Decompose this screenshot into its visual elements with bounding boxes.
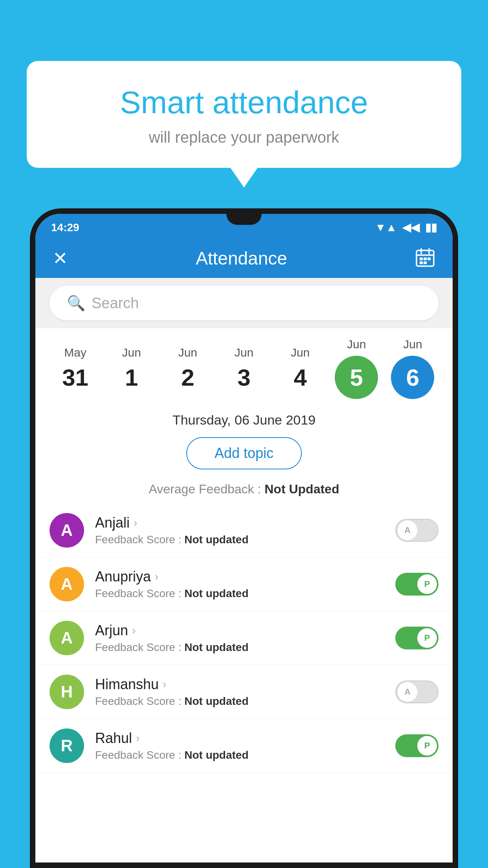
avatar-3: H bbox=[50, 675, 84, 709]
student-name-1: Anupriya › bbox=[95, 568, 395, 585]
chevron-icon-4: › bbox=[136, 732, 139, 745]
signal-icon: ◀◀ bbox=[402, 221, 420, 234]
svg-rect-7 bbox=[420, 261, 423, 264]
chevron-icon-3: › bbox=[163, 678, 166, 691]
feedback-score-4: Feedback Score : Not updated bbox=[95, 749, 395, 761]
svg-rect-8 bbox=[424, 261, 427, 264]
attendance-toggle-4[interactable]: P bbox=[395, 734, 438, 757]
day-num-2: 2 bbox=[181, 364, 194, 391]
student-info-4: Rahul ›Feedback Score : Not updated bbox=[95, 730, 395, 761]
date-col-0[interactable]: May31 bbox=[54, 346, 97, 391]
calendar-strip: May31Jun1Jun2Jun3Jun4Jun5Jun6 bbox=[35, 328, 453, 405]
avg-feedback-value: Not Updated bbox=[264, 482, 339, 496]
student-row-0[interactable]: AAnjali ›Feedback Score : Not updatedA bbox=[35, 504, 453, 557]
student-row-3[interactable]: HHimanshu ›Feedback Score : Not updatedA bbox=[35, 665, 453, 719]
day-circle-selected[interactable]: 6 bbox=[391, 356, 434, 399]
student-row-2[interactable]: AArjun ›Feedback Score : Not updatedP bbox=[35, 611, 453, 665]
chevron-icon-0: › bbox=[134, 517, 137, 529]
selected-date: Thursday, 06 June 2019 bbox=[35, 405, 453, 433]
date-row: May31Jun1Jun2Jun3Jun4Jun5Jun6 bbox=[47, 338, 441, 399]
attendance-toggle-3[interactable]: A bbox=[395, 680, 438, 703]
date-col-1[interactable]: Jun1 bbox=[110, 346, 153, 391]
toggle-thumb-2: P bbox=[417, 628, 437, 648]
date-col-3[interactable]: Jun3 bbox=[222, 346, 266, 391]
close-button[interactable]: ✕ bbox=[53, 248, 68, 269]
student-info-1: Anupriya ›Feedback Score : Not updated bbox=[95, 568, 395, 600]
student-info-2: Arjun ›Feedback Score : Not updated bbox=[95, 622, 395, 654]
student-list: AAnjali ›Feedback Score : Not updatedAAA… bbox=[35, 504, 453, 773]
date-col-6[interactable]: Jun6 bbox=[391, 338, 434, 399]
svg-rect-5 bbox=[424, 257, 427, 260]
phone-notch bbox=[226, 214, 262, 225]
feedback-score-2: Feedback Score : Not updated bbox=[95, 641, 395, 654]
avatar-4: R bbox=[50, 728, 84, 763]
chevron-icon-1: › bbox=[155, 570, 158, 583]
student-name-0: Anjali › bbox=[95, 515, 395, 531]
day-circle-today[interactable]: 5 bbox=[335, 356, 378, 399]
search-icon: 🔍 bbox=[67, 294, 85, 312]
speech-bubble: Smart attendance will replace your paper… bbox=[27, 61, 461, 168]
calendar-button[interactable] bbox=[415, 247, 435, 269]
status-time: 14:29 bbox=[51, 221, 79, 234]
svg-rect-4 bbox=[420, 257, 423, 260]
day-num-1: 1 bbox=[125, 364, 138, 391]
wifi-icon: ▼▲ bbox=[375, 221, 397, 234]
month-label-1: Jun bbox=[122, 346, 141, 359]
chevron-icon-2: › bbox=[132, 624, 136, 637]
day-num-4: 4 bbox=[294, 364, 306, 391]
avg-feedback-label: Average Feedback : bbox=[149, 482, 261, 496]
month-label-0: May bbox=[64, 346, 86, 359]
day-num-3: 3 bbox=[237, 364, 250, 391]
battery-icon: ▮▮ bbox=[425, 221, 437, 234]
attendance-toggle-0[interactable]: A bbox=[395, 519, 438, 542]
student-row-1[interactable]: AAnupriya ›Feedback Score : Not updatedP bbox=[35, 557, 453, 611]
attendance-toggle-1[interactable]: P bbox=[395, 573, 438, 596]
month-label-3: Jun bbox=[235, 346, 253, 359]
day-num-0: 31 bbox=[62, 364, 88, 391]
feedback-score-1: Feedback Score : Not updated bbox=[95, 587, 395, 600]
status-icons: ▼▲ ◀◀ ▮▮ bbox=[375, 221, 437, 234]
average-feedback: Average Feedback : Not Updated bbox=[35, 482, 453, 504]
svg-rect-6 bbox=[427, 257, 431, 260]
avatar-1: A bbox=[50, 567, 84, 601]
date-col-4[interactable]: Jun4 bbox=[279, 346, 322, 391]
student-name-2: Arjun › bbox=[95, 622, 395, 639]
avatar-0: A bbox=[50, 513, 84, 548]
date-col-5[interactable]: Jun5 bbox=[335, 338, 378, 399]
toggle-thumb-0: A bbox=[398, 520, 417, 540]
student-info-0: Anjali ›Feedback Score : Not updated bbox=[95, 515, 395, 546]
app-header: ✕ Attendance bbox=[35, 239, 453, 278]
phone-frame: 14:29 ▼▲ ◀◀ ▮▮ ✕ Attendance bbox=[30, 208, 458, 868]
student-row-4[interactable]: RRahul ›Feedback Score : Not updatedP bbox=[35, 719, 453, 773]
toggle-thumb-1: P bbox=[417, 574, 437, 594]
toggle-thumb-4: P bbox=[417, 736, 437, 756]
attendance-toggle-2[interactable]: P bbox=[395, 627, 438, 649]
bubble-subtitle: will replace your paperwork bbox=[46, 129, 442, 146]
feedback-score-0: Feedback Score : Not updated bbox=[95, 533, 395, 546]
student-name-3: Himanshu › bbox=[95, 676, 395, 693]
add-topic-button[interactable]: Add topic bbox=[186, 437, 302, 469]
month-label-5: Jun bbox=[347, 338, 366, 351]
student-name-4: Rahul › bbox=[95, 730, 395, 747]
search-container: 🔍 Search bbox=[35, 278, 453, 328]
feedback-score-3: Feedback Score : Not updated bbox=[95, 695, 395, 708]
search-input[interactable]: Search bbox=[92, 295, 139, 312]
student-info-3: Himanshu ›Feedback Score : Not updated bbox=[95, 676, 395, 708]
avatar-2: A bbox=[50, 621, 84, 655]
search-bar[interactable]: 🔍 Search bbox=[50, 286, 438, 320]
month-label-2: Jun bbox=[178, 346, 197, 359]
month-label-4: Jun bbox=[291, 346, 310, 359]
date-col-2[interactable]: Jun2 bbox=[166, 346, 209, 391]
toggle-thumb-3: A bbox=[398, 682, 417, 702]
month-label-6: Jun bbox=[403, 338, 422, 351]
phone-screen: 14:29 ▼▲ ◀◀ ▮▮ ✕ Attendance bbox=[35, 214, 453, 862]
bubble-title: Smart attendance bbox=[46, 85, 442, 121]
header-title: Attendance bbox=[196, 248, 287, 269]
